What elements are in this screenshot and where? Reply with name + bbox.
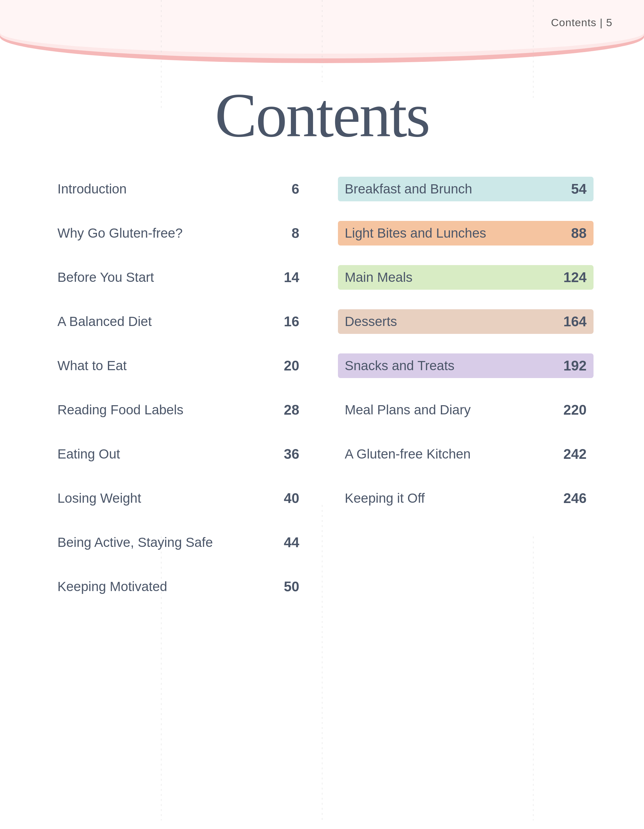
toc-label: A Balanced Diet bbox=[57, 314, 152, 329]
toc-item: Keeping it Off246 bbox=[338, 486, 594, 511]
toc-label: Meal Plans and Diary bbox=[345, 402, 471, 418]
toc-label: Why Go Gluten-free? bbox=[57, 225, 183, 241]
toc-item-inner: Desserts164 bbox=[338, 309, 594, 334]
toc-page-number: 246 bbox=[564, 490, 587, 506]
toc-item-inner: Eating Out36 bbox=[50, 442, 306, 467]
toc-item: Breakfast and Brunch54 bbox=[338, 177, 594, 201]
page-title: Contents bbox=[0, 79, 644, 151]
toc-page-number: 16 bbox=[284, 314, 299, 329]
toc-label: Breakfast and Brunch bbox=[345, 181, 472, 197]
toc-page-number: 44 bbox=[284, 534, 299, 550]
toc-item: Losing Weight40 bbox=[50, 486, 306, 511]
toc-item: A Balanced Diet16 bbox=[50, 309, 306, 334]
toc-item-inner: Keeping it Off246 bbox=[338, 486, 594, 511]
toc-item-inner: What to Eat20 bbox=[50, 353, 306, 378]
toc-page-number: 28 bbox=[284, 402, 299, 418]
toc-label: Snacks and Treats bbox=[345, 358, 455, 374]
toc-item: Light Bites and Lunches88 bbox=[338, 221, 594, 246]
toc-item: Introduction6 bbox=[50, 177, 306, 201]
toc-page-number: 192 bbox=[564, 358, 587, 374]
toc-item: Eating Out36 bbox=[50, 442, 306, 467]
toc-item: What to Eat20 bbox=[50, 353, 306, 378]
toc-item: Main Meals124 bbox=[338, 265, 594, 290]
toc-left-column: Introduction6Why Go Gluten-free?8Before … bbox=[50, 177, 306, 618]
toc-page-number: 54 bbox=[571, 181, 587, 197]
toc-item-inner: Main Meals124 bbox=[338, 265, 594, 290]
toc-label: Main Meals bbox=[345, 270, 413, 285]
toc-label: Being Active, Staying Safe bbox=[57, 535, 213, 550]
toc-page-number: 8 bbox=[291, 225, 299, 241]
toc-item-inner: Meal Plans and Diary220 bbox=[338, 398, 594, 422]
toc-page-number: 124 bbox=[564, 270, 587, 285]
toc-item-inner: A Gluten-free Kitchen242 bbox=[338, 442, 594, 467]
toc-page-number: 14 bbox=[284, 270, 299, 285]
toc-item: Why Go Gluten-free?8 bbox=[50, 221, 306, 246]
toc-label: A Gluten-free Kitchen bbox=[345, 446, 471, 462]
page-number: Contents | 5 bbox=[551, 16, 613, 29]
toc-label: Reading Food Labels bbox=[57, 402, 183, 418]
toc-item: A Gluten-free Kitchen242 bbox=[338, 442, 594, 467]
toc-container: Introduction6Why Go Gluten-free?8Before … bbox=[50, 177, 594, 618]
toc-page-number: 242 bbox=[564, 446, 587, 462]
toc-page-number: 50 bbox=[284, 579, 299, 594]
toc-label: Light Bites and Lunches bbox=[345, 225, 486, 241]
toc-label: Keeping it Off bbox=[345, 491, 425, 506]
decorative-vline-center bbox=[322, 0, 323, 82]
toc-page-number: 40 bbox=[284, 490, 299, 506]
toc-page-number: 88 bbox=[571, 225, 587, 241]
toc-label: Eating Out bbox=[57, 446, 120, 462]
toc-right-column: Breakfast and Brunch54Light Bites and Lu… bbox=[338, 177, 594, 618]
toc-item-inner: Being Active, Staying Safe44 bbox=[50, 530, 306, 555]
toc-item-inner: Introduction6 bbox=[50, 177, 306, 201]
toc-item: Reading Food Labels28 bbox=[50, 398, 306, 422]
toc-item-inner: Keeping Motivated50 bbox=[50, 574, 306, 599]
toc-item-inner: Why Go Gluten-free?8 bbox=[50, 221, 306, 246]
toc-label: Losing Weight bbox=[57, 491, 141, 506]
toc-label: Introduction bbox=[57, 181, 126, 197]
toc-item-inner: Before You Start14 bbox=[50, 265, 306, 290]
toc-label: Keeping Motivated bbox=[57, 579, 167, 594]
toc-label: What to Eat bbox=[57, 358, 126, 374]
toc-item: Keeping Motivated50 bbox=[50, 574, 306, 599]
toc-item: Before You Start14 bbox=[50, 265, 306, 290]
toc-item-inner: Breakfast and Brunch54 bbox=[338, 177, 594, 201]
toc-page-number: 20 bbox=[284, 358, 299, 374]
toc-page-number: 220 bbox=[564, 402, 587, 418]
toc-item-inner: A Balanced Diet16 bbox=[50, 309, 306, 334]
toc-item-inner: Snacks and Treats192 bbox=[338, 353, 594, 378]
toc-label: Desserts bbox=[345, 314, 397, 329]
toc-item-inner: Reading Food Labels28 bbox=[50, 398, 306, 422]
toc-page-number: 6 bbox=[291, 181, 299, 197]
toc-label: Before You Start bbox=[57, 270, 154, 285]
toc-item-inner: Losing Weight40 bbox=[50, 486, 306, 511]
toc-page-number: 36 bbox=[284, 446, 299, 462]
toc-item: Being Active, Staying Safe44 bbox=[50, 530, 306, 555]
toc-item-inner: Light Bites and Lunches88 bbox=[338, 221, 594, 246]
toc-item: Meal Plans and Diary220 bbox=[338, 398, 594, 422]
toc-item: Desserts164 bbox=[338, 309, 594, 334]
toc-item: Snacks and Treats192 bbox=[338, 353, 594, 378]
toc-page-number: 164 bbox=[564, 314, 587, 329]
